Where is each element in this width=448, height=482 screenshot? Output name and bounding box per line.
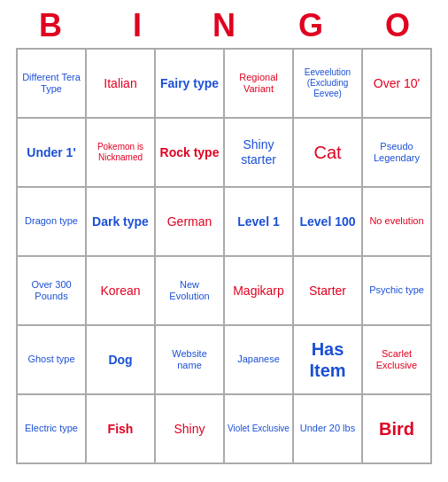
bingo-cell-28: Has Item xyxy=(293,325,362,394)
letter-b: B xyxy=(16,7,85,44)
bingo-cell-16: Level 100 xyxy=(293,187,362,256)
bingo-cell-33: Violet Exclusive xyxy=(224,394,293,463)
letter-g: G xyxy=(276,7,345,44)
bingo-cell-15: Level 1 xyxy=(224,187,293,256)
bingo-cell-24: Ghost type xyxy=(17,325,86,394)
bingo-grid: Different Tera TypeItalianFairy typeRegi… xyxy=(16,48,432,464)
bingo-cell-6: Under 1' xyxy=(17,118,86,187)
bingo-cell-35: Bird xyxy=(362,394,431,463)
bingo-cell-32: Shiny xyxy=(155,394,224,463)
bingo-cell-21: Magikarp xyxy=(224,256,293,325)
bingo-cell-10: Cat xyxy=(293,118,362,187)
bingo-cell-20: New Evolution xyxy=(155,256,224,325)
bingo-cell-7: Pokemon is Nicknamed xyxy=(86,118,155,187)
bingo-title: B I N G O xyxy=(7,7,441,44)
bingo-cell-26: Website name xyxy=(155,325,224,394)
letter-i: I xyxy=(103,7,172,44)
bingo-cell-34: Under 20 lbs xyxy=(293,394,362,463)
bingo-cell-22: Starter xyxy=(293,256,362,325)
bingo-cell-0: Different Tera Type xyxy=(17,49,86,118)
bingo-cell-19: Korean xyxy=(86,256,155,325)
bingo-cell-5: Over 10' xyxy=(362,49,431,118)
bingo-cell-4: Eeveelution (Excluding Eevee) xyxy=(293,49,362,118)
bingo-cell-9: Shiny starter xyxy=(224,118,293,187)
bingo-cell-8: Rock type xyxy=(155,118,224,187)
bingo-cell-13: Dark type xyxy=(86,187,155,256)
bingo-cell-31: Fish xyxy=(86,394,155,463)
bingo-cell-11: Pseudo Legendary xyxy=(362,118,431,187)
bingo-cell-23: Psychic type xyxy=(362,256,431,325)
letter-o: O xyxy=(363,7,432,44)
bingo-cell-14: German xyxy=(155,187,224,256)
bingo-cell-29: Scarlet Exclusive xyxy=(362,325,431,394)
bingo-cell-27: Japanese xyxy=(224,325,293,394)
bingo-cell-3: Regional Variant xyxy=(224,49,293,118)
letter-n: N xyxy=(189,7,259,44)
bingo-cell-17: No evelution xyxy=(362,187,431,256)
bingo-cell-12: Dragon type xyxy=(17,187,86,256)
bingo-cell-2: Fairy type xyxy=(155,49,224,118)
bingo-cell-30: Electric type xyxy=(17,394,86,463)
bingo-cell-25: Dog xyxy=(86,325,155,394)
bingo-cell-1: Italian xyxy=(86,49,155,118)
bingo-cell-18: Over 300 Pounds xyxy=(17,256,86,325)
